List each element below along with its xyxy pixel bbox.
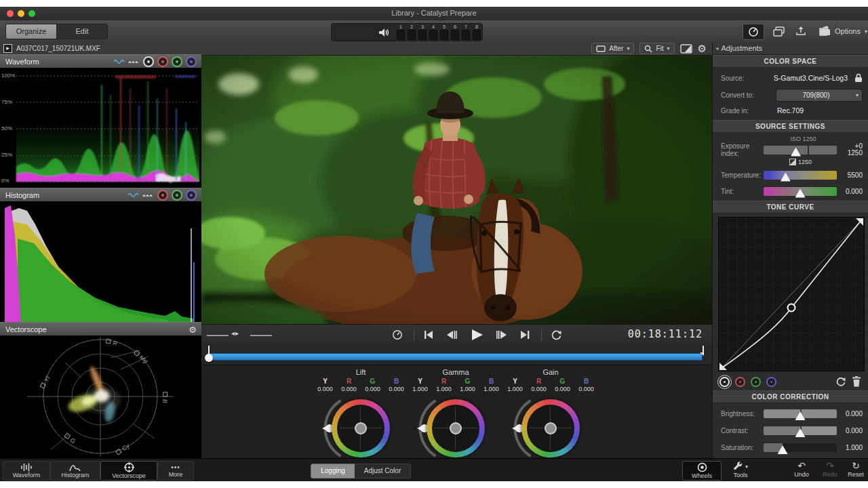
more-button-label: More: [169, 472, 183, 478]
waveform-scope-button[interactable]: Waveform: [3, 461, 50, 481]
preview-toolbar: After ▾ Fit ▾ ⚙: [201, 42, 712, 56]
vectorscope-graph: R Mg B Cy G Yl: [0, 336, 201, 458]
temperature-slider-thumb[interactable]: [781, 173, 791, 182]
inspector-toggle-button[interactable]: [743, 24, 764, 40]
adjustments-header: ◂ Adjustments: [713, 42, 868, 55]
timeline-track[interactable]: [207, 353, 703, 361]
histogram-scope-button[interactable]: Histogram: [50, 461, 100, 481]
vectorscope-scope-button[interactable]: Vectorscope: [100, 461, 157, 481]
red-channel-toggle[interactable]: [157, 56, 168, 67]
logging-mode-toggle[interactable]: Logging: [311, 464, 355, 479]
curve-delete-trash-icon[interactable]: [852, 376, 861, 387]
upload-button[interactable]: [791, 24, 811, 39]
bottom-bar: Waveform Histogram Vectorscope ••• More …: [0, 458, 868, 482]
timeline[interactable]: [201, 344, 712, 365]
video-preview[interactable]: [201, 56, 712, 324]
convert-to-value: 709(800): [776, 92, 856, 99]
viewer-settings-gear-icon[interactable]: ⚙: [698, 43, 707, 55]
curve-luma-channel-toggle[interactable]: [719, 377, 730, 387]
curve-control-point[interactable]: [788, 304, 795, 312]
tools-button[interactable]: ▾ Tools: [723, 462, 758, 479]
waveform-scope: 100% 75% 50% 25% 0%: [0, 68, 201, 188]
temperature-slider[interactable]: [764, 171, 837, 180]
play-button[interactable]: [466, 327, 488, 342]
letterbox-top: [0, 0, 868, 7]
gamma-color-wheel[interactable]: [427, 399, 485, 458]
convert-to-dropdown[interactable]: 709(800) ▾: [776, 89, 863, 102]
gamma-wheel-knob[interactable]: [450, 422, 462, 434]
contrast-slider-thumb[interactable]: [795, 428, 806, 437]
library-button[interactable]: [768, 24, 789, 39]
audio-meter-1: 1: [397, 24, 405, 40]
brightness-slider[interactable]: [764, 409, 837, 418]
more-scopes-button[interactable]: ••• More: [157, 461, 194, 481]
audio-meter-7: 7: [462, 24, 470, 40]
chevron-down-icon: ▾: [667, 45, 670, 52]
contrast-slider[interactable]: [764, 426, 837, 435]
wheels-button[interactable]: Wheels: [682, 461, 722, 481]
overlay-mode-icon[interactable]: [127, 192, 139, 199]
shuttle-handle[interactable]: ◂▸: [231, 329, 239, 337]
adjust-color-mode-toggle[interactable]: Adjust Color: [355, 464, 411, 479]
channel-label-b: B: [576, 378, 597, 386]
overlay-mode-icon[interactable]: [113, 58, 125, 65]
out-point-marker[interactable]: [698, 346, 704, 355]
curve-red-channel-toggle[interactable]: [735, 377, 745, 387]
contrast-value: 0.000: [837, 427, 863, 434]
tab-edit[interactable]: Edit: [56, 24, 107, 39]
saturation-slider[interactable]: [764, 443, 837, 452]
zoom-selector[interactable]: Fit ▾: [639, 43, 674, 54]
clip-row[interactable]: ▶ A037C017_150721UK.MXF: [0, 42, 201, 55]
gain-wheel-group: Gain Y R G B 1.000 0.000 0.000 0.000: [500, 368, 601, 394]
blue-channel-toggle[interactable]: [186, 190, 197, 201]
tint-slider[interactable]: [764, 187, 837, 196]
go-to-start-button[interactable]: [420, 327, 437, 342]
shuttle-control[interactable]: ◂▸: [207, 333, 272, 338]
vectorscope-settings-gear-icon[interactable]: ⚙: [189, 325, 197, 335]
reset-button[interactable]: ↻ Reset: [842, 462, 868, 478]
step-back-button[interactable]: [443, 327, 460, 342]
exposure-slider-thumb[interactable]: [791, 148, 801, 157]
redo-button[interactable]: ↷ Redo: [816, 462, 844, 478]
blue-channel-toggle[interactable]: [186, 56, 197, 67]
curve-green-channel-toggle[interactable]: [751, 377, 761, 387]
tint-slider-thumb[interactable]: [795, 189, 806, 198]
waveform-header: Waveform: [0, 54, 201, 69]
tone-curve-section-header: TONE CURVE: [713, 201, 868, 214]
tab-organize[interactable]: Organize: [6, 24, 56, 39]
exposure-index-slider[interactable]: [764, 146, 837, 155]
grade-in-value: Rec.709: [777, 106, 863, 115]
split-view-icon[interactable]: [680, 44, 692, 54]
histogram-scope: [0, 201, 201, 322]
luma-channel-toggle[interactable]: [143, 56, 154, 67]
playhead[interactable]: [205, 346, 213, 363]
speaker-icon[interactable]: [378, 27, 390, 38]
upload-icon: [795, 26, 806, 37]
step-forward-button[interactable]: [493, 327, 511, 342]
go-to-end-button[interactable]: [516, 327, 534, 342]
saturation-slider-thumb[interactable]: [778, 445, 788, 454]
curve-reset-icon[interactable]: [835, 376, 846, 387]
gain-wheel-knob[interactable]: [545, 422, 557, 434]
play-speed-button[interactable]: [389, 327, 406, 342]
green-channel-toggle[interactable]: [172, 190, 182, 201]
loop-button[interactable]: [547, 327, 565, 342]
undo-button[interactable]: ↶ Undo: [788, 462, 815, 478]
red-channel-toggle[interactable]: [157, 190, 168, 201]
lift-wheel-knob[interactable]: [355, 422, 367, 434]
audio-meter-5: 5: [440, 24, 448, 40]
green-channel-toggle[interactable]: [172, 56, 182, 67]
audio-meter-2: 2: [408, 24, 416, 40]
temperature-label: Temperature:: [721, 171, 764, 179]
gain-color-wheel[interactable]: [521, 399, 580, 458]
parade-mode-icon[interactable]: [142, 192, 154, 199]
compare-selector[interactable]: After ▾: [591, 43, 634, 54]
options-button[interactable]: Options ▾: [819, 24, 867, 39]
lift-color-wheel[interactable]: [332, 399, 390, 458]
curve-blue-channel-toggle[interactable]: [766, 377, 776, 387]
grade-in-label: Grade in:: [721, 107, 777, 115]
parade-mode-icon[interactable]: [128, 58, 140, 65]
brightness-slider-thumb[interactable]: [795, 411, 806, 420]
tone-curve-editor[interactable]: [718, 217, 865, 371]
collapse-panel-icon[interactable]: ◂: [715, 45, 719, 52]
